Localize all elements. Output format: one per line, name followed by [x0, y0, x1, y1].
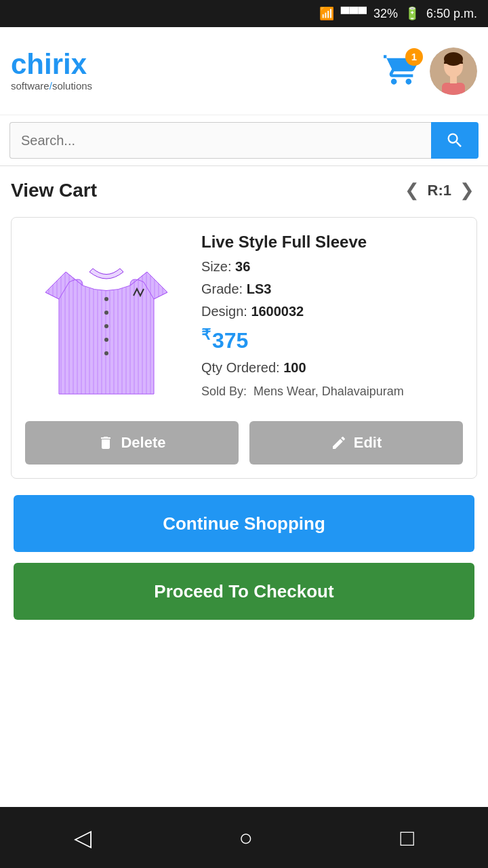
edit-icon — [331, 435, 347, 451]
signal-bars: ▀▀▀ — [341, 7, 367, 21]
status-bar: 📶 ▀▀▀ 32% 🔋 6:50 p.m. — [0, 0, 488, 27]
page-indicator: R:1 — [428, 182, 451, 199]
pagination: ❮ R:1 ❯ — [402, 177, 477, 203]
edit-button[interactable]: Edit — [249, 421, 463, 465]
view-cart-title: View Cart — [11, 180, 97, 201]
edit-label: Edit — [354, 434, 382, 452]
search-input[interactable] — [9, 122, 431, 159]
search-bar — [0, 115, 488, 166]
product-details: Live Style Full Sleeve Size: 36 Grade: L… — [201, 231, 463, 408]
product-size: 36 — [235, 259, 250, 274]
product-image — [32, 231, 181, 408]
proceed-to-checkout-button[interactable]: Proceed To Checkout — [14, 563, 474, 620]
cart-badge: 1 — [405, 48, 423, 66]
svg-point-7 — [104, 297, 108, 301]
product-body: Live Style Full Sleeve Size: 36 Grade: L… — [25, 231, 463, 408]
sold-by-value: Mens Wear, Dhalavaipuram — [253, 384, 404, 398]
product-grade: LS3 — [247, 281, 272, 296]
avatar-image — [430, 47, 477, 95]
avatar[interactable] — [430, 47, 477, 95]
logo-sub: software/solutions — [11, 80, 92, 92]
wifi-icon: 📶 — [319, 6, 334, 21]
logo-text: chirix — [11, 50, 92, 79]
search-button[interactable] — [431, 122, 479, 159]
product-name: Live Style Full Sleeve — [201, 231, 463, 252]
delete-button[interactable]: Delete — [25, 421, 239, 465]
battery-percent: 32% — [373, 7, 398, 21]
bottom-nav: ◁ ○ □ — [0, 807, 488, 868]
header-right: 1 — [384, 47, 477, 95]
product-grade-row: Grade: LS3 — [201, 281, 463, 297]
main-content: View Cart ❮ R:1 ❯ — [0, 166, 488, 807]
cart-wrapper[interactable]: 1 — [384, 52, 419, 90]
card-actions: Delete Edit — [25, 421, 463, 465]
product-qty: 100 — [283, 360, 306, 375]
home-nav-button[interactable]: ○ — [218, 818, 273, 858]
logo: chirix software/solutions — [11, 50, 92, 92]
svg-point-10 — [104, 338, 108, 342]
search-icon — [445, 131, 464, 150]
recent-nav-button[interactable]: □ — [380, 818, 435, 858]
continue-shopping-button[interactable]: Continue Shopping — [14, 495, 474, 552]
product-design-row: Design: 1600032 — [201, 304, 463, 319]
prev-page-button[interactable]: ❮ — [402, 177, 422, 203]
delete-label: Delete — [121, 434, 165, 452]
logo-main: chirix — [11, 48, 87, 80]
product-image-area — [25, 231, 188, 408]
next-page-button[interactable]: ❯ — [457, 177, 477, 203]
product-price: 375 — [212, 328, 248, 353]
svg-point-8 — [104, 311, 108, 315]
app-header: chirix software/solutions 1 — [0, 27, 488, 115]
trash-icon — [98, 435, 114, 451]
clock: 6:50 p.m. — [426, 7, 477, 21]
product-sold-by: Sold By: Mens Wear, Dhalavaipuram — [201, 382, 463, 401]
product-card: Live Style Full Sleeve Size: 36 Grade: L… — [11, 217, 477, 479]
back-nav-button[interactable]: ◁ — [54, 817, 112, 858]
battery-icon: 🔋 — [405, 6, 420, 21]
view-cart-header: View Cart ❮ R:1 ❯ — [11, 177, 477, 203]
svg-rect-4 — [450, 77, 457, 83]
svg-rect-3 — [442, 83, 465, 95]
svg-point-11 — [104, 351, 108, 355]
product-design: 1600032 — [251, 304, 304, 319]
rupee-symbol: ₹ — [201, 326, 211, 343]
product-qty-row: Qty Ordered: 100 — [201, 360, 463, 376]
product-size-row: Size: 36 — [201, 259, 463, 275]
svg-point-9 — [104, 324, 108, 328]
product-price-row: ₹375 — [201, 326, 463, 353]
bottom-actions: Continue Shopping Proceed To Checkout — [11, 495, 477, 620]
